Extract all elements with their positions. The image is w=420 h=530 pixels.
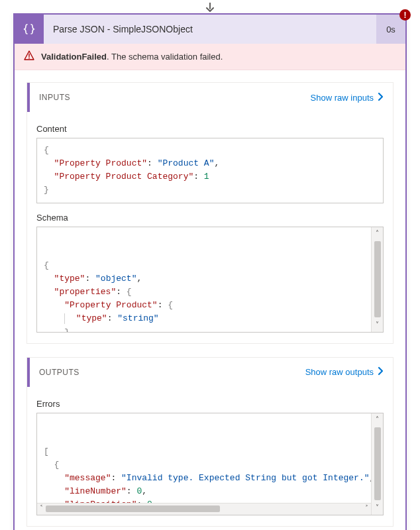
outputs-label: OUTPUTS bbox=[39, 368, 305, 377]
outputs-section: OUTPUTS Show raw outputs Errors [ { "mes… bbox=[26, 357, 394, 527]
card-header[interactable]: Parse JSON - SimpleJSONObject 0s bbox=[15, 15, 405, 44]
warning-icon bbox=[24, 50, 34, 63]
show-raw-inputs-link[interactable]: Show raw inputs bbox=[311, 92, 384, 103]
inputs-label: INPUTS bbox=[39, 93, 311, 102]
schema-scrollbar[interactable]: ˄ ˅ bbox=[371, 227, 383, 332]
errors-label: Errors bbox=[36, 399, 384, 409]
inputs-section: INPUTS Show raw inputs Content { "Proper… bbox=[26, 82, 394, 344]
parse-json-icon bbox=[15, 15, 44, 44]
schema-code-box[interactable]: { "type": "object", "properties": { "Pro… bbox=[36, 227, 384, 333]
content-code-box[interactable]: { "Property Product": "Product A", "Prop… bbox=[36, 138, 384, 203]
scroll-thumb[interactable] bbox=[374, 241, 381, 317]
error-text: ValidationFailed. The schema validation … bbox=[41, 52, 223, 62]
chevron-right-icon bbox=[378, 92, 384, 103]
svg-point-1 bbox=[28, 58, 30, 59]
chevron-right-icon bbox=[378, 366, 384, 378]
errors-code-box[interactable]: [ { "message": "Invalid type. Expected S… bbox=[36, 413, 384, 515]
errors-scrollbar-h[interactable]: ˂ ˃ bbox=[37, 503, 371, 515]
show-raw-outputs-link[interactable]: Show raw outputs bbox=[305, 366, 384, 378]
connector-arrow-top bbox=[0, 0, 420, 13]
scroll-up-icon[interactable]: ˄ bbox=[376, 227, 379, 240]
scroll-thumb[interactable] bbox=[374, 427, 381, 500]
error-badge: ! bbox=[399, 9, 411, 21]
scroll-up-icon[interactable]: ˄ bbox=[376, 413, 379, 427]
scroll-down-icon[interactable]: ˅ bbox=[376, 319, 379, 332]
content-label: Content bbox=[36, 124, 384, 134]
validation-error-banner: ValidationFailed. The schema validation … bbox=[15, 44, 405, 70]
schema-label: Schema bbox=[36, 213, 384, 223]
card-title: Parse JSON - SimpleJSONObject bbox=[44, 15, 376, 44]
errors-scrollbar-v[interactable]: ˄ ˅ bbox=[371, 413, 383, 515]
scroll-right-icon[interactable]: ˃ bbox=[362, 504, 371, 514]
scroll-thumb-h[interactable] bbox=[46, 505, 220, 512]
scroll-left-icon[interactable]: ˂ bbox=[37, 504, 46, 514]
scroll-down-icon[interactable]: ˅ bbox=[376, 502, 379, 515]
action-card: ! Parse JSON - SimpleJSONObject 0s Valid… bbox=[13, 13, 407, 530]
